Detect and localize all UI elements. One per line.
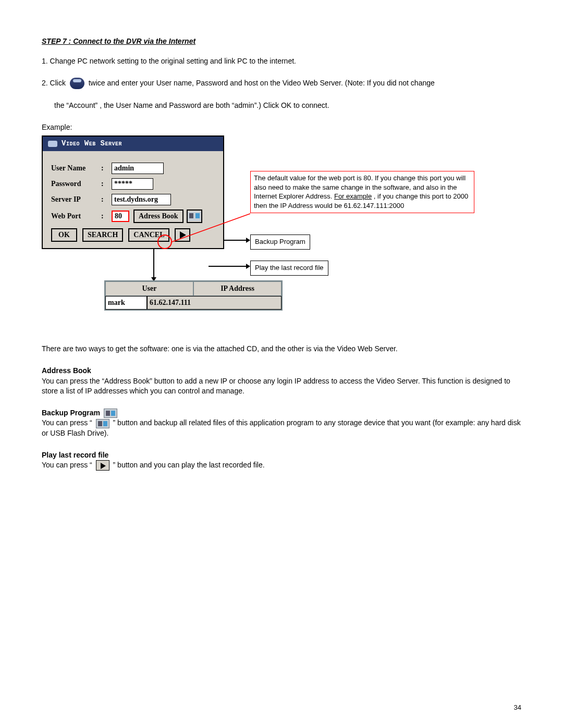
label-serverip: Server IP [51, 194, 101, 205]
search-button[interactable]: SEARCH [82, 228, 123, 242]
login-dialog: Video Web Server User Name : admin Passw… [42, 135, 224, 249]
ab-row-user: mark [105, 296, 147, 310]
ab-row[interactable]: mark 61.62.147.111 [105, 296, 282, 310]
backup-icon [104, 409, 117, 418]
label-webport: Web Port [51, 211, 101, 221]
username-field[interactable]: admin [112, 163, 164, 174]
address-book-popup: User IP Address mark 61.62.147.111 [104, 280, 283, 310]
backup-text-pre: You can press “ [42, 418, 92, 427]
play-text-post: ” button and you can play the last recor… [113, 461, 265, 469]
ok-button[interactable]: OK [51, 228, 77, 242]
instruction-2: 2. Click twice and enter your User name,… [42, 78, 521, 89]
play-icon [96, 460, 109, 471]
ab-col-user: User [105, 281, 193, 296]
camera-icon [48, 141, 57, 147]
address-book-button[interactable]: Adress Book [133, 209, 183, 223]
svg-marker-0 [180, 231, 186, 239]
instruction-2-line2: the “Account” , the User Name and Passwo… [54, 101, 521, 111]
port-note-for-example: For example [334, 192, 372, 200]
port-note: The default value for the web port is 80… [250, 171, 474, 213]
ab-col-ip: IP Address [193, 281, 282, 296]
page-number: 34 [514, 703, 521, 712]
instruction-1: 1. Change PC network setting to the orig… [42, 56, 521, 67]
section-backup-text: You can press “ ” button and backup all … [42, 418, 521, 438]
backup-icon-button[interactable] [187, 209, 202, 223]
callout-backup: Backup Program [250, 235, 310, 249]
two-ways-text: There are two ways to get the software: … [42, 344, 521, 354]
backup-text-post: ” button and backup all related files of… [42, 418, 521, 437]
backup-icon [188, 212, 201, 221]
dialog-titlebar: Video Web Server [43, 137, 223, 151]
serverip-field[interactable]: test.dydns.org [112, 194, 171, 205]
password-field[interactable]: ***** [112, 178, 153, 190]
play-icon-button[interactable] [175, 228, 190, 242]
label-username: User Name [51, 163, 101, 174]
backup-heading-text: Backup Program [42, 409, 100, 417]
cancel-button[interactable]: CANCEL [128, 228, 169, 242]
section-play-text: You can press “ ” button and you can pla… [42, 460, 521, 471]
label-password: Password [51, 179, 101, 189]
play-text-pre: You can press “ [42, 461, 92, 469]
instruction-2-pre: 2. Click [42, 79, 66, 87]
callout-play: Play the last record file [250, 261, 328, 275]
step-heading: STEP 7 : Connect to the DVR via the Inte… [42, 36, 521, 47]
dialog-title-text: Video Web Server [62, 139, 122, 149]
section-addressbook-text: You can press the “Address Book” button … [42, 376, 521, 397]
section-play-heading: Play last record file [42, 450, 521, 461]
ab-row-ip: 61.62.147.111 [147, 296, 282, 310]
app-launch-icon [70, 78, 84, 89]
arrow-backup [224, 240, 247, 241]
instruction-2-post: twice and enter your User name, Password… [89, 79, 435, 87]
section-addressbook-heading: Address Book [42, 366, 521, 376]
webport-field[interactable]: 80 [112, 211, 129, 222]
play-icon [178, 230, 187, 240]
arrow-play [209, 266, 247, 267]
arrow-addressbook [153, 249, 154, 278]
backup-icon [96, 419, 109, 428]
section-backup-heading: Backup Program [42, 408, 521, 418]
example-label: Example: [42, 122, 521, 133]
example-diagram: Video Web Server User Name : admin Passw… [42, 135, 521, 328]
